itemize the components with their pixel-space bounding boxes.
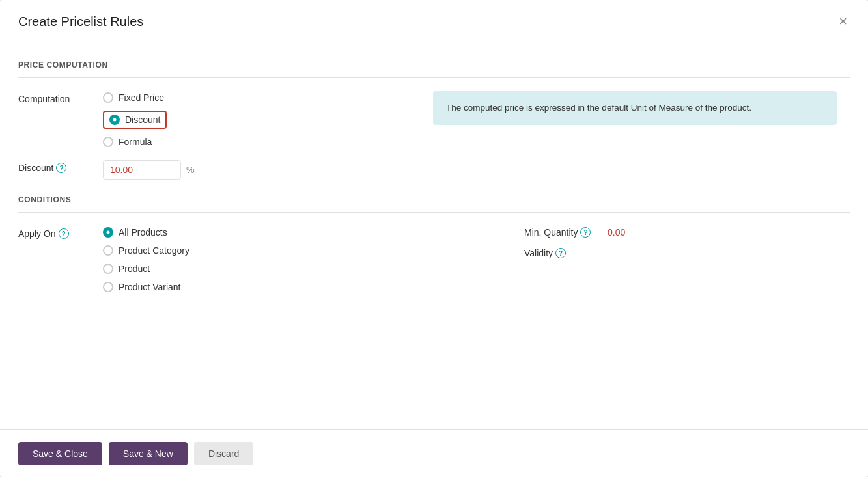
discount-form-row: Discount ? % [18,160,850,180]
formula-option[interactable]: Formula [103,135,407,148]
conditions-section: CONDITIONS Apply On ? All Products [18,195,850,305]
apply-on-options: All Products Product Category Product [103,226,524,293]
apply-on-row: Apply On ? All Products Product Category [18,226,850,305]
computation-row: Computation Fixed Price [18,91,850,160]
product-variant-radio[interactable] [103,282,113,292]
all-products-label: All Products [119,227,167,238]
fixed-price-label: Fixed Price [119,92,164,103]
validity-label: Validity ? [524,248,566,258]
conditions-right: Min. Quantity ? 0.00 Validity ? [524,226,850,258]
all-products-radio[interactable] [103,227,113,238]
computation-info-box: The computed price is expressed in the d… [433,91,837,125]
product-category-radio[interactable] [103,245,113,256]
product-radio[interactable] [103,264,113,274]
apply-on-form-row: Apply On ? All Products Product Category [18,226,524,293]
min-quantity-row: Min. Quantity ? 0.00 [524,227,850,238]
min-quantity-value: 0.00 [608,227,625,238]
price-computation-divider [18,77,850,78]
validity-help-icon[interactable]: ? [555,248,566,258]
product-variant-option[interactable]: Product Variant [103,280,524,293]
dialog-footer: Save & Close Save & New Discard [0,429,868,477]
price-computation-title: PRICE COMPUTATION [18,61,850,70]
fixed-price-radio[interactable] [103,92,113,103]
discount-label: Discount [125,115,160,125]
product-label: Product [119,264,150,274]
discard-button[interactable]: Discard [194,442,253,465]
computation-form-row: Computation Fixed Price [18,91,407,148]
dialog-title: Create Pricelist Rules [18,14,143,29]
conditions-title: CONDITIONS [18,195,850,204]
dialog-body: PRICE COMPUTATION Computation Fixed Pric… [0,42,868,411]
discount-input-row: % [103,160,194,180]
computation-info-area: The computed price is expressed in the d… [407,91,850,125]
computation-options: Fixed Price Discount [103,91,407,148]
dialog-header: Create Pricelist Rules × [0,0,868,42]
save-close-button[interactable]: Save & Close [18,442,102,465]
all-products-option[interactable]: All Products [103,226,524,239]
computation-label: Computation [18,91,103,104]
formula-label: Formula [119,137,152,147]
product-option[interactable]: Product [103,262,524,275]
save-new-button[interactable]: Save & New [109,442,188,465]
apply-on-help-icon[interactable]: ? [59,228,69,239]
formula-radio[interactable] [103,137,113,147]
computation-left: Computation Fixed Price [18,91,407,160]
price-computation-section: PRICE COMPUTATION Computation Fixed Pric… [18,61,850,180]
discount-input[interactable] [103,160,181,180]
discount-unit: % [186,165,194,175]
product-category-option[interactable]: Product Category [103,244,524,257]
discount-highlighted-box: Discount [103,111,167,129]
apply-on-left: Apply On ? All Products Product Category [18,226,524,305]
discount-radio[interactable] [109,115,120,125]
create-pricelist-dialog: Create Pricelist Rules × PRICE COMPUTATI… [0,0,868,477]
conditions-divider [18,212,850,213]
fixed-price-option[interactable]: Fixed Price [103,91,407,104]
min-quantity-help-icon[interactable]: ? [580,227,591,238]
product-category-label: Product Category [119,245,189,256]
discount-help-icon[interactable]: ? [56,163,66,173]
discount-field-label: Discount ? [18,160,103,173]
min-quantity-label: Min. Quantity ? [524,227,602,238]
close-button[interactable]: × [836,12,850,31]
apply-on-label: Apply On ? [18,226,103,239]
validity-row: Validity ? [524,248,850,258]
discount-option[interactable]: Discount [103,109,407,130]
product-variant-label: Product Variant [119,282,180,292]
